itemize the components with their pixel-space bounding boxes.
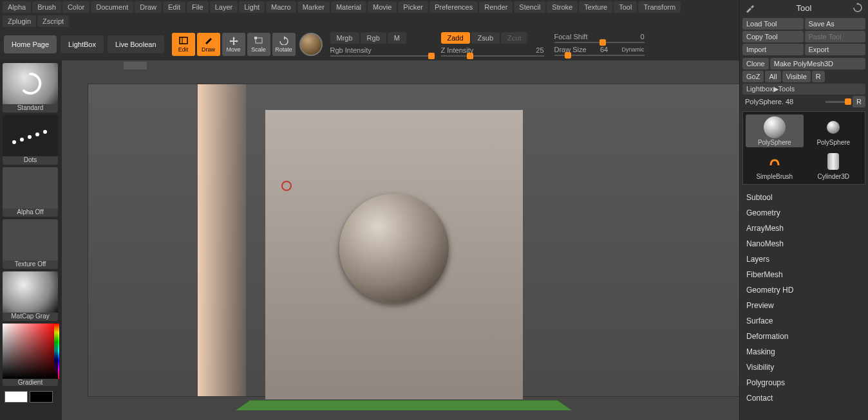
menu-light[interactable]: Light: [239, 1, 265, 13]
hammer-icon: [745, 3, 755, 13]
make-polymesh3d-button[interactable]: Make PolyMesh3D: [770, 58, 865, 69]
draw-mode-button[interactable]: Draw: [197, 33, 220, 56]
subpanel-layers[interactable]: Layers: [745, 251, 863, 267]
subpanel-visibility[interactable]: Visibility: [745, 360, 863, 375]
move-mode-button[interactable]: Move: [222, 33, 245, 56]
svg-rect-3: [254, 37, 257, 39]
export-button[interactable]: Export: [805, 44, 866, 55]
color-picker[interactable]: [3, 324, 58, 379]
gradient-label: Gradient: [18, 379, 42, 386]
live-boolean-button[interactable]: Live Boolean: [108, 35, 164, 53]
z-intensity-slider[interactable]: [441, 55, 544, 57]
zcut-toggle[interactable]: Zcut: [501, 32, 527, 44]
subpanel-contact[interactable]: Contact: [745, 390, 863, 406]
zadd-toggle[interactable]: Zadd: [441, 32, 470, 44]
menu-alpha[interactable]: Alpha: [3, 1, 31, 13]
menu-tool[interactable]: Tool: [614, 1, 637, 13]
rgb-toggle[interactable]: Rgb: [361, 32, 386, 44]
rgb-intensity-slider[interactable]: [330, 55, 433, 57]
viewport[interactable]: [88, 84, 842, 397]
brush-s-icon: [767, 154, 782, 169]
paste-tool-button[interactable]: Paste Tool: [805, 31, 866, 42]
menu-draw[interactable]: Draw: [135, 1, 162, 13]
canvas-tab[interactable]: [124, 62, 147, 69]
subpanel-nanomesh[interactable]: NanoMesh: [745, 236, 863, 251]
lightbox-tools-button[interactable]: Lightbox▶Tools: [742, 84, 865, 95]
menu-render[interactable]: Render: [479, 1, 513, 13]
import-button[interactable]: Import: [742, 44, 804, 55]
toolbar: Home Page LightBox Live Boolean Edit Dra…: [0, 28, 868, 60]
ps-slider[interactable]: [826, 101, 851, 103]
menu-material[interactable]: Material: [331, 1, 366, 13]
swatch-primary[interactable]: [5, 391, 28, 403]
load-tool-button[interactable]: Load Tool: [742, 18, 804, 30]
home-page-button[interactable]: Home Page: [4, 35, 57, 53]
subpanel-fibermesh[interactable]: FiberMesh: [745, 267, 863, 282]
menu-brush[interactable]: Brush: [32, 1, 61, 13]
subpanel-geometry[interactable]: Geometry: [745, 205, 863, 221]
material-preview[interactable]: [299, 33, 323, 56]
menu-stroke[interactable]: Stroke: [547, 1, 578, 13]
menu-marker[interactable]: Marker: [297, 1, 330, 13]
color-tile[interactable]: Gradient: [3, 324, 58, 386]
refresh-icon[interactable]: [853, 3, 863, 13]
ps-r-button[interactable]: R: [853, 96, 865, 107]
subpanel-deformation[interactable]: Deformation: [745, 329, 863, 344]
save-as-button[interactable]: Save As: [805, 18, 866, 30]
menu-layer[interactable]: Layer: [210, 1, 238, 13]
goz-visible-button[interactable]: Visible: [782, 71, 811, 82]
brush-cursor: [281, 181, 292, 191]
brush-tile[interactable]: Standard: [3, 63, 58, 113]
rotate-mode-button[interactable]: Rotate: [272, 33, 296, 56]
menu-file[interactable]: File: [187, 1, 209, 13]
tool-item-simplebrush[interactable]: SimpleBrush: [746, 149, 804, 181]
tool-item-cylinder3d[interactable]: Cylinder3D: [805, 149, 863, 181]
focal-shift-label: Focal Shift: [554, 33, 588, 41]
main-menu-bar: Alpha Brush Color Document Draw Edit Fil…: [0, 0, 868, 14]
focal-shift-slider[interactable]: [554, 42, 645, 43]
zsub-toggle[interactable]: Zsub: [471, 32, 500, 44]
menu-movie[interactable]: Movie: [368, 1, 397, 13]
polysphere-object[interactable]: [339, 194, 449, 303]
tool-item-polysphere-2[interactable]: PolySphere: [805, 114, 863, 147]
menu-macro[interactable]: Macro: [266, 1, 296, 13]
menu-stencil[interactable]: Stencil: [514, 1, 545, 13]
copy-tool-button[interactable]: Copy Tool: [742, 31, 804, 42]
menu-preferences[interactable]: Preferences: [429, 1, 478, 13]
scale-mode-button[interactable]: Scale: [247, 33, 270, 56]
material-tile[interactable]: MatCap Gray: [3, 271, 58, 321]
subpanel-geometryhd[interactable]: Geometry HD: [745, 282, 863, 298]
menu-texture[interactable]: Texture: [579, 1, 612, 13]
menu-edit[interactable]: Edit: [163, 1, 185, 13]
goz-r-button[interactable]: R: [812, 71, 825, 82]
main-menu-bar-2: Zplugin Zscript: [0, 14, 868, 28]
goz-button[interactable]: GoZ: [742, 71, 764, 82]
menu-document[interactable]: Document: [91, 1, 133, 13]
stroke-tile[interactable]: Dots: [3, 115, 58, 165]
subpanel-masking[interactable]: Masking: [745, 344, 863, 360]
menu-zplugin[interactable]: Zplugin: [3, 15, 36, 27]
tool-item-polysphere-1[interactable]: PolySphere: [746, 114, 804, 147]
goz-all-button[interactable]: All: [765, 71, 780, 82]
menu-transform[interactable]: Transform: [638, 1, 681, 13]
hue-slider[interactable]: [54, 324, 59, 379]
menu-color[interactable]: Color: [62, 1, 90, 13]
swatch-secondary[interactable]: [30, 391, 53, 403]
menu-picker[interactable]: Picker: [398, 1, 428, 13]
m-toggle[interactable]: M: [388, 32, 406, 44]
subpanel-subtool[interactable]: Subtool: [745, 190, 863, 205]
menu-zscript[interactable]: Zscript: [37, 15, 69, 27]
swatches: [3, 388, 59, 405]
texture-tile[interactable]: Texture Off: [3, 219, 58, 269]
edit-mode-button[interactable]: Edit: [172, 33, 195, 56]
subpanel-arraymesh[interactable]: ArrayMesh: [745, 221, 863, 236]
alpha-tile[interactable]: Alpha Off: [3, 167, 58, 217]
subpanel-preview[interactable]: Preview: [745, 298, 863, 313]
clone-button[interactable]: Clone: [742, 58, 769, 69]
draw-size-slider[interactable]: [554, 55, 645, 56]
subpanel-surface[interactable]: Surface: [745, 313, 863, 329]
subpanel-polygroups[interactable]: Polygroups: [745, 375, 863, 390]
lightbox-button[interactable]: LightBox: [61, 35, 104, 53]
dynamic-label[interactable]: Dynamic: [621, 46, 644, 53]
mrgb-toggle[interactable]: Mrgb: [330, 32, 359, 44]
